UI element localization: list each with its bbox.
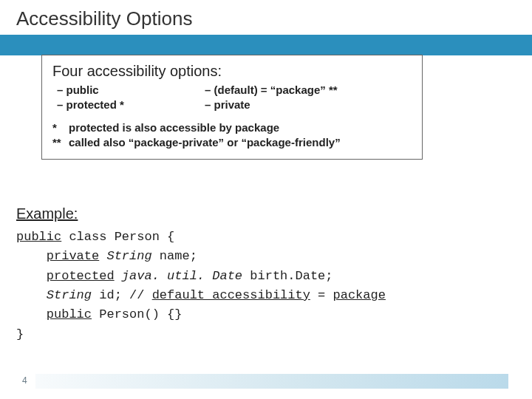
footnote-1-text: protected is also accessible by package [69,120,412,135]
kw-public-ctor: public [47,307,92,321]
footnote-1-mark: * [52,120,69,135]
box-heading: Four accessibility options: [52,63,412,80]
page-number: 4 [22,375,27,386]
footnote-2-mark: ** [52,135,69,150]
footnote-1: * protected is also accessible by packag… [52,120,412,135]
footnote-2: ** called also “package-private” or “pac… [52,135,412,150]
kw-default-accessibility: default accessibility [152,288,310,302]
option-default: (default) = “package” ** [200,83,412,98]
code-close-brace: } [16,327,24,341]
code-text: = [310,288,333,302]
type-string: String [99,249,151,263]
accent-band [0,35,532,55]
code-text: birth.Date; [242,269,332,283]
code-text: id; // [92,288,152,302]
option-protected: protected * [52,98,200,112]
options-columns: public protected * (default) = “package”… [52,83,412,113]
type-date: java. util. Date [115,269,242,283]
footnotes: * protected is also accessible by packag… [52,120,412,151]
kw-private: private [47,249,99,263]
footnote-2-text: called also “package-private” or “packag… [69,135,412,150]
code-block: public class Person { private String nam… [16,228,386,344]
code-text: class Person { [61,230,174,244]
code-text: name; [152,249,197,263]
kw-public-class: public [16,230,61,244]
title-bar: Accessibility Options [0,0,532,35]
kw-package: package [333,288,386,302]
option-private: private [200,98,412,112]
footer-gradient [35,374,508,389]
options-col-right: (default) = “package” ** private [200,83,412,113]
options-box: Four accessibility options: public prote… [41,55,423,160]
example-heading: Example: [16,205,78,222]
slide-title: Accessibility Options [16,7,532,30]
options-col-left: public protected * [52,83,200,113]
type-string-2: String [47,288,92,302]
code-text: Person() {} [92,307,182,321]
option-public: public [52,83,200,98]
kw-protected: protected [47,269,115,283]
